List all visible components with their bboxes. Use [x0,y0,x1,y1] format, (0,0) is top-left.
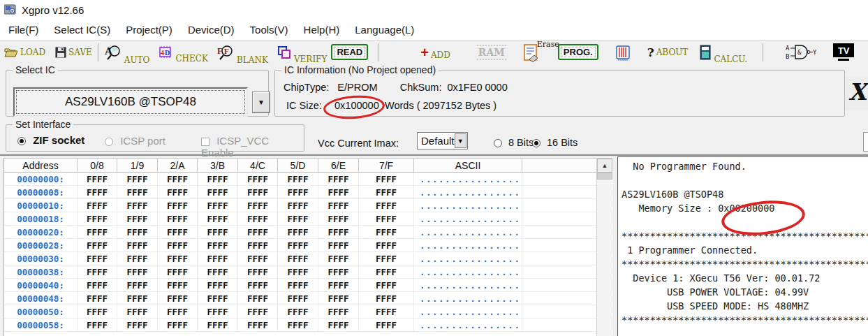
hex-value-cell[interactable]: FFFF [117,199,158,212]
hex-value-cell[interactable]: FFFF [198,226,238,239]
erase-button[interactable]: Erase [523,43,540,62]
hex-value-cell[interactable]: FFFF [359,226,414,239]
hex-value-cell[interactable]: FFFF [359,252,414,265]
hex-row[interactable]: 00000020:FFFFFFFFFFFFFFFFFFFFFFFFFFFFFFF… [4,226,612,239]
hex-value-cell[interactable]: FFFF [78,239,117,252]
hex-value-cell[interactable]: FFFF [78,226,117,239]
hex-row[interactable]: 00000038:FFFFFFFFFFFFFFFFFFFFFFFFFFFFFFF… [4,265,612,279]
hex-value-cell[interactable]: FFFF [158,292,198,305]
hex-value-cell[interactable]: FFFF [117,252,158,265]
hex-row[interactable]: 00000028:FFFFFFFFFFFFFFFFFFFFFFFFFFFFFFF… [4,239,612,252]
hex-value-cell[interactable]: FFFF [238,319,278,332]
logic-gate-button[interactable]: A B & Y [786,43,816,61]
hex-value-cell[interactable]: FFFF [78,199,117,212]
hex-value-cell[interactable]: FFFF [198,265,238,279]
hex-value-cell[interactable]: FFFF [318,319,359,332]
hex-value-cell[interactable]: FFFF [318,226,359,239]
hex-value-cell[interactable]: FFFF [238,305,278,319]
hex-value-cell[interactable]: FFFF [158,265,198,279]
hex-value-cell[interactable]: FFFF [238,279,278,292]
menu-help[interactable]: Help(H) [298,22,346,38]
hex-value-cell[interactable]: FFFF [78,173,117,186]
hex-value-cell[interactable]: FFFF [278,212,318,226]
hex-editor-panel[interactable]: Address0/81/92/A3/B4/C5/D6/E7/FASCII 000… [3,158,612,336]
hex-row[interactable]: 00000040:FFFFFFFFFFFFFFFFFFFFFFFFFFFFFFF… [4,279,612,292]
hex-value-cell[interactable]: FFFF [318,305,359,319]
hex-value-cell[interactable]: FFFF [318,173,359,186]
hex-value-cell[interactable]: FFFF [318,199,359,212]
hex-value-cell[interactable]: FFFF [318,279,359,292]
hex-value-cell[interactable]: FFFF [198,186,238,199]
hex-value-cell[interactable]: FFFF [158,279,198,292]
hex-row[interactable]: 00000050:FFFFFFFFFFFFFFFFFFFFFFFFFFFFFFF… [4,305,612,319]
hex-value-cell[interactable]: FFFF [238,212,278,226]
hex-value-cell[interactable]: FFFF [78,279,117,292]
hex-value-cell[interactable]: FFFF [117,292,158,305]
hex-value-cell[interactable]: FFFF [278,186,318,199]
hex-value-cell[interactable]: FFFF [117,239,158,252]
hex-value-cell[interactable]: FFFF [198,212,238,226]
hex-row[interactable]: 00000000:FFFFFFFFFFFFFFFFFFFFFFFFFFFFFFF… [4,173,612,186]
hex-value-cell[interactable]: FFFF [158,305,198,319]
hex-value-cell[interactable]: FFFF [359,199,414,212]
hex-value-cell[interactable]: FFFF [198,319,238,332]
hex-value-cell[interactable]: FFFF [238,173,278,186]
hex-value-cell[interactable]: FFFF [198,292,238,305]
hex-value-cell[interactable]: FFFF [318,252,359,265]
hex-value-cell[interactable]: FFFF [117,173,158,186]
hex-value-cell[interactable]: FFFF [278,279,318,292]
blank-button[interactable]: F F BLANK [216,44,268,61]
hex-value-cell[interactable]: FFFF [359,319,414,332]
hex-value-cell[interactable]: FFFF [198,199,238,212]
hex-value-cell[interactable]: FFFF [278,199,318,212]
zif-socket-radio[interactable]: ZIF socket [17,134,84,146]
hex-value-cell[interactable]: FFFF [117,319,158,332]
hex-value-cell[interactable]: FFFF [158,186,198,199]
hex-value-cell[interactable]: FFFF [278,265,318,279]
hex-value-cell[interactable]: FFFF [78,186,117,199]
hex-value-cell[interactable]: FFFF [238,186,278,199]
hex-value-cell[interactable]: FFFF [117,279,158,292]
hex-value-cell[interactable]: FFFF [78,212,117,226]
hex-value-cell[interactable]: FFFF [78,265,117,279]
hex-value-cell[interactable]: FFFF [359,239,414,252]
hex-value-cell[interactable]: FFFF [198,239,238,252]
hex-value-cell[interactable]: FFFF [359,292,414,305]
hex-row[interactable]: 00000048:FFFFFFFFFFFFFFFFFFFFFFFFFFFFFFF… [4,292,612,305]
hex-value-cell[interactable]: FFFF [78,252,117,265]
ic-dropdown-button[interactable]: ▼ [252,92,270,113]
hex-value-cell[interactable]: FFFF [117,265,158,279]
hex-value-cell[interactable]: FFFF [278,252,318,265]
hex-value-cell[interactable]: FFFF [318,265,359,279]
hex-value-cell[interactable]: FFFF [78,305,117,319]
hex-value-cell[interactable]: FFFF [359,212,414,226]
bits-8-radio[interactable]: 8 Bits [494,137,534,148]
hex-value-cell[interactable]: FFFF [158,212,198,226]
hex-value-cell[interactable]: FFFF [238,265,278,279]
menu-project[interactable]: Project(P) [120,22,178,38]
verify-button[interactable]: VERIFY [277,45,327,60]
hex-row[interactable]: 00000058:FFFFFFFFFFFFFFFFFFFFFFFFFFFFFFF… [4,319,612,332]
bits-16-radio[interactable]: 16 Bits [532,137,578,148]
selected-ic-display[interactable]: AS29LV160B @TSOP48 [13,87,248,117]
menu-language[interactable]: Language(L) [349,22,420,38]
menu-tools[interactable]: Tools(V) [244,22,294,38]
hex-value-cell[interactable]: FFFF [158,226,198,239]
save-button[interactable]: SAVE [55,47,92,58]
menu-device[interactable]: Device(D) [182,22,240,38]
check-button[interactable]: 4 D CHECK [158,45,208,59]
scrollbar-thumb[interactable] [597,173,612,180]
chip-tool-button[interactable] [614,43,632,61]
auto-button[interactable]: A AUTO [104,44,150,61]
hex-value-cell[interactable]: FFFF [359,173,414,186]
hex-value-cell[interactable]: FFFF [198,173,238,186]
hex-value-cell[interactable]: FFFF [198,305,238,319]
hex-value-cell[interactable]: FFFF [238,226,278,239]
hex-value-cell[interactable]: FFFF [359,186,414,199]
hex-value-cell[interactable]: FFFF [117,305,158,319]
scroll-up-button[interactable]: ▲ [597,159,612,173]
load-button[interactable]: LOAD [4,47,45,58]
read-button[interactable]: READ [331,44,368,60]
hex-value-cell[interactable]: FFFF [117,186,158,199]
menu-file[interactable]: File(F) [3,22,44,38]
